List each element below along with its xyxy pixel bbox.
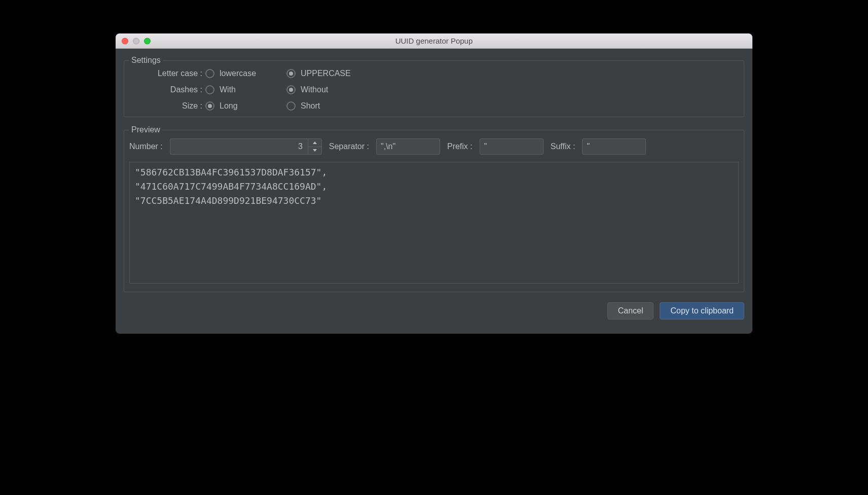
preview-output[interactable]	[129, 162, 739, 284]
letter-case-uppercase-label[interactable]: UPPERCASE	[301, 69, 351, 78]
prefix-input[interactable]	[480, 138, 544, 155]
spinner-buttons	[308, 138, 322, 155]
copy-to-clipboard-button[interactable]: Copy to clipboard	[660, 302, 744, 320]
minimize-icon[interactable]	[133, 38, 139, 44]
number-input[interactable]	[170, 138, 308, 155]
settings-legend: Settings	[129, 56, 163, 65]
preview-legend: Preview	[129, 125, 162, 134]
letter-case-lowercase-radio[interactable]	[205, 69, 214, 78]
dashes-label: Dashes :	[129, 85, 205, 94]
popup-window: UUID generator Popup Settings Letter cas…	[116, 33, 752, 334]
window-title: UUID generator Popup	[116, 37, 752, 45]
number-label: Number :	[129, 142, 163, 151]
dashes-without-label[interactable]: Without	[301, 85, 328, 94]
suffix-input[interactable]	[582, 138, 646, 155]
cancel-button[interactable]: Cancel	[607, 302, 654, 320]
dashes-with-label[interactable]: With	[220, 85, 236, 94]
dashes-without-radio[interactable]	[286, 85, 296, 94]
dialog-buttons: Cancel Copy to clipboard	[124, 302, 744, 320]
letter-case-uppercase-radio[interactable]	[286, 69, 296, 78]
letter-case-label: Letter case :	[129, 69, 205, 78]
prefix-label: Prefix :	[447, 142, 473, 151]
traffic-lights	[122, 38, 151, 44]
size-short-radio[interactable]	[286, 101, 296, 111]
letter-case-lowercase-label[interactable]: lowercase	[220, 69, 256, 78]
titlebar: UUID generator Popup	[116, 33, 752, 49]
settings-group: Settings Letter case : lowercase UPPERCA…	[124, 56, 744, 117]
size-long-label[interactable]: Long	[220, 101, 238, 111]
number-step-up[interactable]	[308, 139, 321, 147]
number-step-down[interactable]	[308, 147, 321, 155]
separator-input[interactable]	[376, 138, 440, 155]
close-icon[interactable]	[122, 38, 128, 44]
chevron-down-icon	[313, 149, 317, 152]
zoom-icon[interactable]	[144, 38, 151, 44]
size-label: Size :	[129, 101, 205, 111]
suffix-label: Suffix :	[551, 142, 575, 151]
number-stepper[interactable]	[170, 138, 322, 155]
size-long-radio[interactable]	[205, 101, 214, 111]
dashes-with-radio[interactable]	[205, 85, 214, 94]
separator-label: Separator :	[329, 142, 369, 151]
chevron-up-icon	[313, 142, 317, 144]
preview-group: Preview Number : Separator : Prefix : Su…	[124, 125, 744, 292]
size-short-label[interactable]: Short	[301, 101, 320, 111]
content: Settings Letter case : lowercase UPPERCA…	[116, 49, 752, 334]
